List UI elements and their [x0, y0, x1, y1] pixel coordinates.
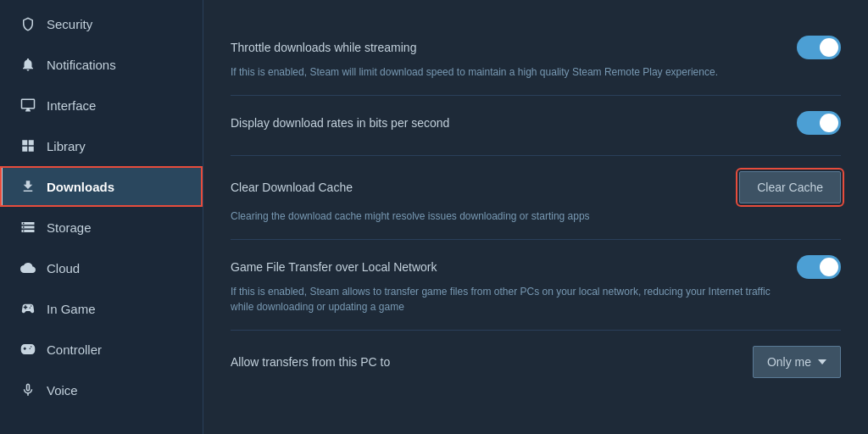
- setting-desc: If this is enabled, Steam will limit dow…: [231, 64, 773, 80]
- cloud-icon: [19, 259, 36, 276]
- sidebar-item-downloads[interactable]: Downloads: [0, 166, 203, 207]
- sidebar-item-label: Security: [47, 17, 92, 31]
- setting-allow-transfers: Allow transfers from this PC to Only me: [231, 331, 841, 398]
- sidebar-item-cloud[interactable]: Cloud: [0, 248, 203, 288]
- sidebar-item-label: Library: [47, 139, 86, 153]
- sidebar-item-label: In Game: [47, 302, 96, 316]
- sidebar-item-label: Voice: [47, 383, 78, 398]
- sidebar-item-notifications[interactable]: Notifications: [0, 44, 203, 85]
- setting-game-file-transfer: Game File Transfer over Local Network If…: [231, 240, 841, 331]
- shield-icon: [19, 15, 36, 32]
- download-icon: [19, 178, 36, 195]
- storage-icon: [19, 219, 36, 236]
- sidebar-item-label: Cloud: [47, 261, 80, 275]
- grid-icon: [19, 137, 36, 154]
- setting-display-download-rates: Display download rates in bits per secon…: [231, 96, 841, 156]
- controller-icon: [19, 341, 36, 358]
- gamepad-icon: [19, 300, 36, 317]
- throttle-downloads-toggle[interactable]: [797, 36, 841, 59]
- setting-title: Clear Download Cache: [231, 181, 353, 194]
- setting-throttle-downloads: Throttle downloads while streaming If th…: [231, 20, 841, 96]
- sidebar-item-storage[interactable]: Storage: [0, 207, 203, 248]
- setting-desc: Clearing the download cache might resolv…: [231, 209, 773, 224]
- mic-icon: [19, 381, 36, 398]
- sidebar-item-controller[interactable]: Controller: [0, 329, 203, 370]
- monitor-icon: [19, 97, 36, 114]
- bell-icon: [19, 56, 36, 73]
- sidebar-item-ingame[interactable]: In Game: [0, 288, 203, 329]
- dropdown-value: Only me: [767, 355, 811, 369]
- allow-transfers-dropdown[interactable]: Only me: [753, 346, 841, 378]
- game-file-transfer-toggle[interactable]: [797, 255, 841, 279]
- sidebar-item-label: Notifications: [47, 58, 116, 72]
- setting-clear-download-cache: Clear Download Cache Clear Cache Clearin…: [231, 156, 841, 240]
- setting-title: Game File Transfer over Local Network: [231, 260, 437, 274]
- main-content: Throttle downloads while streaming If th…: [203, 0, 868, 434]
- setting-desc: If this is enabled, Steam allows to tran…: [231, 284, 773, 314]
- sidebar-item-label: Storage: [47, 220, 92, 235]
- chevron-down-icon: [818, 359, 826, 364]
- sidebar: Security Notifications Interface Library…: [0, 0, 203, 434]
- sidebar-item-label: Interface: [47, 98, 96, 113]
- sidebar-item-label: Downloads: [47, 180, 114, 194]
- display-download-rates-toggle[interactable]: [797, 111, 841, 135]
- sidebar-item-label: Controller: [47, 342, 102, 357]
- setting-title: Allow transfers from this PC to: [231, 355, 390, 369]
- sidebar-item-voice[interactable]: Voice: [0, 370, 203, 410]
- clear-cache-button[interactable]: Clear Cache: [739, 171, 841, 203]
- setting-title: Throttle downloads while streaming: [231, 41, 416, 54]
- setting-title: Display download rates in bits per secon…: [231, 116, 449, 130]
- sidebar-item-library[interactable]: Library: [0, 125, 203, 166]
- sidebar-item-security[interactable]: Security: [0, 3, 203, 44]
- sidebar-item-interface[interactable]: Interface: [0, 85, 203, 125]
